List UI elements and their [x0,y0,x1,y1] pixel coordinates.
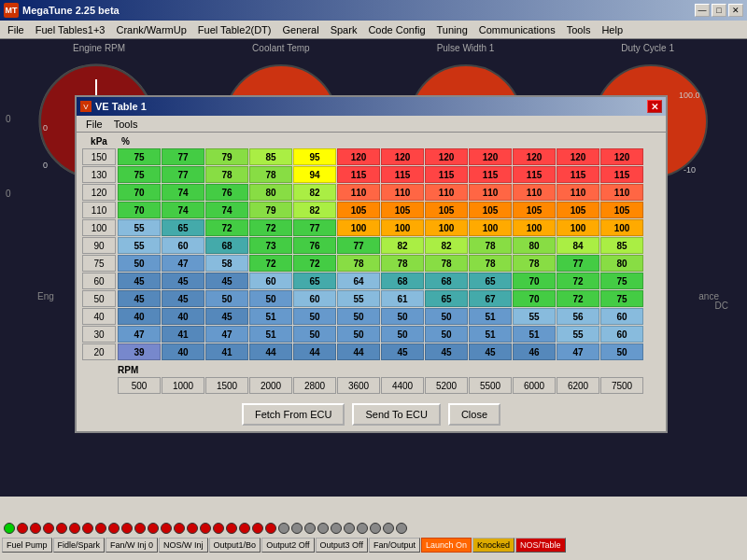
menu-tools[interactable]: Tools [561,22,597,37]
close-dialog-button[interactable]: Close [448,403,500,426]
ve-cell[interactable]: 55 [118,219,161,236]
ve-cell[interactable]: 55 [557,326,599,343]
menu-general[interactable]: General [277,22,325,37]
ve-cell[interactable]: 45 [425,343,468,360]
ve-cell[interactable]: 74 [162,202,204,218]
label-output1[interactable]: Output1/Bo [209,538,261,553]
ve-cell[interactable]: 120 [557,148,599,165]
ve-cell[interactable]: 85 [600,237,643,254]
ve-cell[interactable]: 50 [381,308,424,325]
ve-cell[interactable]: 120 [469,148,512,165]
ve-cell[interactable]: 39 [118,343,161,360]
ve-cell[interactable]: 78 [469,255,512,272]
ve-cell[interactable]: 115 [513,166,556,183]
label-output2[interactable]: Output2 Off [261,538,314,553]
ve-cell[interactable]: 67 [469,290,512,307]
ve-cell[interactable]: 85 [249,148,292,165]
ve-cell[interactable]: 47 [205,326,248,343]
ve-cell[interactable]: 50 [425,326,468,343]
ve-cell[interactable]: 76 [205,184,248,201]
ve-cell[interactable]: 115 [381,166,424,183]
ve-cell[interactable]: 115 [600,166,643,183]
ve-cell[interactable]: 60 [600,308,643,325]
ve-cell[interactable]: 100 [513,219,556,236]
ve-cell[interactable]: 65 [293,273,336,289]
menu-crank-warmup[interactable]: Crank/WarmUp [110,22,191,37]
label-fuel-pump[interactable]: Fuel Pump [2,538,52,553]
minimize-button[interactable]: — [695,4,710,17]
ve-cell[interactable]: 100 [425,219,468,236]
ve-cell[interactable]: 105 [513,202,556,218]
ve-cell[interactable]: 77 [162,148,204,165]
ve-cell[interactable]: 58 [205,255,248,272]
ve-cell[interactable]: 77 [293,219,336,236]
ve-cell[interactable]: 55 [118,237,161,254]
ve-cell[interactable]: 100 [337,219,380,236]
ve-cell[interactable]: 50 [293,308,336,325]
ve-cell[interactable]: 72 [205,219,248,236]
ve-cell[interactable]: 115 [469,166,512,183]
ve-cell[interactable]: 50 [337,326,380,343]
ve-cell[interactable]: 46 [513,343,556,360]
ve-cell[interactable]: 78 [205,166,248,183]
ve-cell[interactable]: 75 [600,273,643,289]
ve-cell[interactable]: 44 [293,343,336,360]
ve-cell[interactable]: 70 [513,290,556,307]
ve-cell[interactable]: 51 [469,308,512,325]
ve-close-button[interactable]: ✕ [647,100,662,113]
ve-cell[interactable]: 47 [557,343,599,360]
ve-cell[interactable]: 78 [513,255,556,272]
ve-cell[interactable]: 110 [425,184,468,201]
ve-cell[interactable]: 73 [249,237,292,254]
ve-cell[interactable]: 65 [425,290,468,307]
ve-cell[interactable]: 79 [249,202,292,218]
ve-cell[interactable]: 41 [162,326,204,343]
ve-cell[interactable]: 45 [118,273,161,289]
ve-cell[interactable]: 41 [205,343,248,360]
ve-cell[interactable]: 79 [205,148,248,165]
ve-cell[interactable]: 110 [557,184,599,201]
menu-communications[interactable]: Communications [473,22,561,37]
ve-cell[interactable]: 51 [249,308,292,325]
ve-cell[interactable]: 75 [600,290,643,307]
ve-cell[interactable]: 72 [557,273,599,289]
label-launch-on[interactable]: Launch On [421,538,472,553]
ve-cell[interactable]: 60 [293,290,336,307]
ve-cell[interactable]: 51 [249,326,292,343]
ve-cell[interactable]: 72 [557,290,599,307]
ve-cell[interactable]: 77 [162,166,204,183]
send-ecu-button[interactable]: Send To ECU [352,403,440,426]
ve-cell[interactable]: 72 [249,255,292,272]
maximize-button[interactable]: □ [712,4,726,17]
ve-cell[interactable]: 74 [205,202,248,218]
ve-cell[interactable]: 55 [513,308,556,325]
ve-cell[interactable]: 100 [469,219,512,236]
ve-cell[interactable]: 61 [381,290,424,307]
ve-cell[interactable]: 105 [469,202,512,218]
ve-cell[interactable]: 100 [381,219,424,236]
ve-cell[interactable]: 47 [118,326,161,343]
ve-cell[interactable]: 45 [381,343,424,360]
ve-cell[interactable]: 51 [469,326,512,343]
ve-cell[interactable]: 120 [381,148,424,165]
menu-spark[interactable]: Spark [325,22,363,37]
ve-cell[interactable]: 45 [205,308,248,325]
label-fidle-spark[interactable]: Fidle/Spark [53,538,106,553]
ve-cell[interactable]: 74 [162,184,204,201]
ve-cell[interactable]: 78 [337,255,380,272]
ve-cell[interactable]: 50 [600,343,643,360]
ve-cell[interactable]: 105 [600,202,643,218]
ve-cell[interactable]: 68 [381,273,424,289]
ve-cell[interactable]: 60 [162,237,204,254]
ve-cell[interactable]: 115 [425,166,468,183]
ve-cell[interactable]: 65 [162,219,204,236]
ve-cell[interactable]: 60 [249,273,292,289]
label-output3[interactable]: Output3 Off [316,538,368,553]
ve-cell[interactable]: 100 [600,219,643,236]
ve-cell[interactable]: 80 [513,237,556,254]
ve-cell[interactable]: 40 [162,343,204,360]
ve-cell[interactable]: 80 [600,255,643,272]
ve-cell[interactable]: 47 [162,255,204,272]
ve-cell[interactable]: 45 [162,273,204,289]
ve-menu-tools[interactable]: Tools [108,118,144,131]
